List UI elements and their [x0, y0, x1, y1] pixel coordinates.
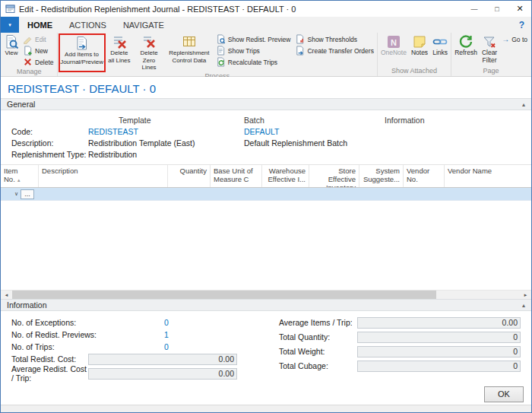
- information-section-header[interactable]: Information ▴: [1, 299, 531, 311]
- tab-actions[interactable]: ACTIONS: [61, 17, 115, 33]
- close-button[interactable]: ✕: [508, 1, 531, 17]
- ribbon: View Edit New: [1, 33, 531, 77]
- show-thresholds-icon: [295, 34, 305, 44]
- general-section-title: General: [7, 100, 35, 109]
- app-menu-button[interactable]: ▾: [1, 17, 19, 33]
- information-column-header: Information: [385, 116, 531, 125]
- information-section-title: Information: [7, 300, 47, 310]
- column-header-quantity[interactable]: Quantity: [168, 165, 211, 187]
- column-header-warehouse-effective[interactable]: Warehouse Effective I...: [262, 165, 309, 187]
- edit-button: Edit: [21, 33, 56, 45]
- ribbon-group-show-attached: N OneNote Notes Links Show Atta: [378, 33, 451, 76]
- tab-home[interactable]: HOME: [19, 17, 61, 33]
- delete-zero-lines-label: Delete Zero Lines: [135, 49, 163, 71]
- replenishment-control-data-button[interactable]: Replenishment Control Data: [165, 33, 214, 72]
- column-header-vendor-name[interactable]: Vendor Name: [445, 165, 531, 187]
- clear-filter-icon: [482, 34, 497, 49]
- no-of-redist-previews-value[interactable]: 1: [164, 330, 169, 339]
- page-group-label: Page: [452, 67, 530, 76]
- average-redist-cost-label: Average Redist. Cost / Trip:: [11, 364, 88, 383]
- clear-filter-button[interactable]: Clear Filter: [480, 33, 499, 67]
- average-items-per-trip-field: 0.00: [357, 317, 521, 329]
- notes-button[interactable]: Notes: [409, 33, 430, 67]
- information-panel: No. of Exceptions: 0 No. of Redist. Prev…: [1, 311, 531, 383]
- scrollbar-track[interactable]: [436, 291, 520, 299]
- no-of-exceptions-label: No. of Exceptions:: [11, 318, 164, 327]
- notes-label: Notes: [411, 49, 428, 57]
- column-header-store-effective[interactable]: Store Effective Inventory: [309, 165, 359, 187]
- assist-edit-button[interactable]: ...: [21, 189, 34, 199]
- grid-empty-area: [1, 201, 531, 290]
- replenishment-control-data-label: Replenishment Control Data: [166, 49, 212, 64]
- no-of-trips-label: No. of Trips:: [11, 342, 164, 351]
- ok-button[interactable]: OK: [484, 386, 524, 402]
- links-button[interactable]: Links: [430, 33, 450, 67]
- create-transfer-orders-icon: [295, 46, 305, 56]
- column-header-description[interactable]: Description: [39, 165, 168, 187]
- no-of-trips-value[interactable]: 0: [164, 342, 169, 351]
- new-button[interactable]: New: [21, 45, 56, 56]
- refresh-icon: [458, 34, 473, 49]
- scroll-right-arrow-icon[interactable]: ►: [520, 291, 531, 299]
- grid-header: Item No.▲ Description Quantity Base Unit…: [1, 164, 531, 188]
- view-label: View: [5, 49, 17, 57]
- information-collapse-icon[interactable]: ▴: [522, 302, 525, 309]
- general-panel: Template Batch Information Code: REDISTE…: [1, 110, 531, 164]
- column-header-base-unit[interactable]: Base Unit of Measure C: [211, 165, 262, 187]
- show-redist-preview-button[interactable]: Show Redist. Preview: [214, 33, 293, 45]
- onenote-label: OneNote: [381, 49, 407, 57]
- column-header-item-no[interactable]: Item No.▲: [1, 165, 39, 187]
- total-cubage-label: Total Cubage:: [279, 361, 357, 370]
- new-icon: [23, 46, 33, 56]
- batch-column-header: Batch: [244, 116, 385, 125]
- add-items-label: Add Items to Journal/Preview: [60, 51, 103, 65]
- create-transfer-orders-label: Create Transfer Orders: [307, 47, 373, 55]
- general-section-header[interactable]: General ▴: [1, 98, 531, 110]
- window-title: Edit - Redistribution Replenishment Jour…: [19, 5, 463, 14]
- delete-label: Delete: [35, 59, 54, 66]
- general-collapse-icon[interactable]: ▴: [522, 101, 525, 108]
- view-button[interactable]: View: [2, 33, 21, 68]
- help-button[interactable]: ?: [512, 17, 531, 33]
- refresh-button[interactable]: Refresh: [452, 33, 480, 67]
- show-attached-group-label: Show Attached: [378, 67, 450, 76]
- create-transfer-orders-button[interactable]: Create Transfer Orders: [293, 45, 375, 56]
- average-items-per-trip-row: Average Items / Trip: 0.00: [279, 316, 521, 329]
- scroll-left-arrow-icon[interactable]: ◄: [1, 291, 12, 299]
- ribbon-group-process: Add Items to Journal/Preview Delete all …: [58, 33, 378, 76]
- show-trips-button[interactable]: Show Trips: [214, 45, 293, 56]
- recalculate-trips-label: Recalculate Trips: [228, 59, 277, 66]
- ribbon-group-manage: View Edit New: [2, 33, 58, 76]
- add-items-icon: [74, 36, 90, 51]
- recalculate-trips-icon: [216, 57, 226, 67]
- no-of-exceptions-value[interactable]: 0: [164, 318, 169, 327]
- average-redist-cost-field: 0.00: [88, 368, 237, 380]
- recalculate-trips-button[interactable]: Recalculate Trips: [214, 56, 293, 68]
- item-lookup-chevron-icon[interactable]: ∨: [14, 191, 18, 197]
- delete-zero-lines-button[interactable]: Delete Zero Lines: [133, 33, 165, 72]
- column-header-system-suggested[interactable]: System Suggeste...: [359, 165, 404, 187]
- table-row[interactable]: ∨ ...: [1, 188, 531, 201]
- add-items-to-journal-button[interactable]: Add Items to Journal/Preview: [60, 35, 104, 71]
- onenote-button: N OneNote: [378, 33, 409, 67]
- total-redist-cost-row: Total Redist. Cost: 0.00: [11, 353, 279, 365]
- horizontal-scrollbar[interactable]: ◄ ►: [1, 290, 531, 299]
- svg-text:N: N: [391, 38, 397, 47]
- show-thresholds-button[interactable]: Show Thresholds: [293, 33, 375, 45]
- replenishment-type-value: Redistribution: [88, 150, 244, 159]
- column-header-vendor-no[interactable]: Vendor No.: [404, 165, 445, 187]
- template-column-header: Template: [88, 116, 244, 125]
- tab-navigate[interactable]: NAVIGATE: [115, 17, 173, 33]
- scrollbar-thumb[interactable]: [12, 291, 436, 299]
- title-bar: Edit - Redistribution Replenishment Jour…: [1, 1, 531, 17]
- delete-button[interactable]: Delete: [21, 56, 56, 68]
- maximize-button[interactable]: □: [486, 1, 508, 17]
- delete-all-lines-button[interactable]: Delete all Lines: [106, 33, 134, 72]
- code-value[interactable]: REDISTEAST: [88, 127, 244, 136]
- goto-button[interactable]: → Go to: [499, 33, 530, 45]
- batch-code-value[interactable]: DEFAULT: [244, 127, 385, 136]
- minimize-button[interactable]: —: [463, 1, 486, 17]
- resize-strip: [1, 405, 531, 412]
- delete-icon: [23, 57, 33, 67]
- notes-icon: [412, 34, 427, 49]
